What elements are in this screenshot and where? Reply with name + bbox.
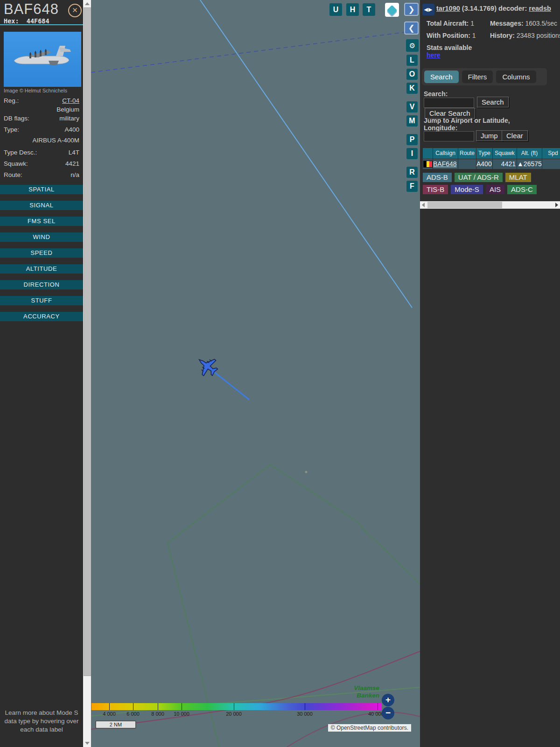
map-button-i[interactable]: I <box>406 148 418 159</box>
messages-label: Messages: <box>490 20 524 27</box>
layers-button[interactable] <box>385 3 399 17</box>
horizontal-scrollbar-thumb[interactable] <box>427 202 502 208</box>
panel-horizontal-scrollbar[interactable] <box>420 201 560 209</box>
data-value: military <box>59 114 79 123</box>
photo-credit: Image © Helmut Schnichels <box>4 88 67 93</box>
place-label: Vlaamse Banken <box>352 684 379 699</box>
map-button-k[interactable]: K <box>406 83 418 94</box>
source-type-badge: Mode-S <box>451 185 483 194</box>
data-label[interactable]: Type Desc.: <box>4 148 37 159</box>
sidebar-scrollbar[interactable] <box>83 0 91 747</box>
divider <box>0 24 83 25</box>
scrollbar-thumb[interactable] <box>84 7 91 676</box>
source-type-badge: ADS-B <box>423 173 452 182</box>
altitude-tick-label: 6 000 <box>126 711 140 717</box>
jump-button[interactable]: Jump <box>476 130 503 141</box>
panel-toggle-button[interactable]: ◀▶ <box>422 4 434 15</box>
altitude-tick-label: 20 000 <box>226 711 242 717</box>
type-cell: A400 <box>476 159 492 169</box>
map-button-f[interactable]: F <box>406 181 418 192</box>
table-header-cell[interactable]: Spd <box>542 148 560 159</box>
tab-search[interactable]: Search <box>424 70 459 83</box>
table-header-cell[interactable]: Route <box>458 148 476 159</box>
section-header: DIRECTION <box>0 280 83 289</box>
label-text: DB flags: <box>4 115 29 122</box>
total-aircraft-stat: Total Aircraft: 1 <box>427 20 483 27</box>
stats-here-link[interactable]: here <box>427 51 441 59</box>
callsign-cell[interactable]: BAF648 <box>433 159 458 169</box>
scrollbar-left-arrow-icon[interactable] <box>422 203 425 207</box>
total-aircraft-value: 1 <box>470 20 474 27</box>
registration-link[interactable]: CT-04 <box>62 97 79 104</box>
sidebar-section: STUFF <box>0 296 83 308</box>
tab-columns[interactable]: Columns <box>496 70 536 83</box>
zoom-in-button[interactable]: + <box>382 694 394 706</box>
table-row[interactable]: BAF648 A400 4421 ▲26575 <box>423 159 560 169</box>
sidebar-section: ALTITUDE <box>0 264 83 276</box>
data-row: Belgium <box>0 105 83 114</box>
table-header-cell[interactable]: Squawk <box>493 148 517 159</box>
source-type-badge: UAT / ADS-R <box>455 173 503 182</box>
map-button-o[interactable]: O <box>406 69 418 80</box>
panel-collapse-button[interactable]: ❮ <box>404 21 419 35</box>
close-icon[interactable]: ✕ <box>68 4 82 17</box>
table-header-cell[interactable]: Callsign <box>433 148 458 159</box>
map-button-h[interactable]: H <box>346 3 359 16</box>
map-button-u[interactable]: U <box>329 3 342 16</box>
history-stat: History: 23483 positions <box>490 32 560 39</box>
tab-filters[interactable]: Filters <box>462 70 493 83</box>
panel-expand-button[interactable]: ❯ <box>404 3 419 16</box>
section-header: SPEED <box>0 248 83 258</box>
data-label[interactable]: Squawk: <box>4 159 28 170</box>
jump-input[interactable] <box>424 131 474 141</box>
scrollbar-up-arrow-icon[interactable] <box>85 2 90 5</box>
map-scale-bar: 2 NM <box>95 720 136 729</box>
search-button[interactable]: Search <box>477 97 509 107</box>
map-button-m[interactable]: M <box>406 115 418 127</box>
sidebar-section: SIGNAL <box>0 201 83 213</box>
label-text: Squawk: <box>4 160 28 167</box>
aircraft-history-trail <box>200 0 412 308</box>
clear-button[interactable]: Clear <box>502 130 528 141</box>
belgium-flag-icon <box>423 161 433 168</box>
map-attribution[interactable]: © OpenStreetMap contributors. <box>328 724 411 732</box>
tar1090-link[interactable]: tar1090 <box>436 5 460 12</box>
sidebar-section: WIND <box>0 233 83 245</box>
data-value: AIRBUS A-400M <box>32 136 79 145</box>
table-header-cell[interactable] <box>423 148 433 159</box>
aircraft-info-block: Reg.: CT-04 Belgium DB flags: military T… <box>0 96 83 324</box>
data-label[interactable]: Route: <box>4 170 22 182</box>
settings-gear-button[interactable]: ⚙ <box>406 39 419 52</box>
source-type-badge: AIS <box>486 185 504 194</box>
map-button-t[interactable]: T <box>363 3 375 16</box>
map-button-v[interactable]: V <box>406 101 418 113</box>
section-header: ACCURACY <box>0 312 83 321</box>
place-label-line1: Vlaamse <box>352 684 379 692</box>
scrollbar-right-arrow-icon[interactable] <box>555 203 558 207</box>
map-canvas[interactable]: U H T ❯ ❮ ⚙ L O K V M P I R F 4 000 6 00… <box>91 0 420 747</box>
route-cell <box>458 159 476 169</box>
section-header: WIND <box>0 233 83 242</box>
data-label[interactable]: Type: <box>4 125 19 136</box>
data-value: CT-04 <box>62 96 79 105</box>
callsign-link[interactable]: BAF648 <box>433 160 457 168</box>
data-label[interactable]: DB flags: <box>4 114 29 125</box>
stats-available: Stats availablehere <box>427 44 483 59</box>
panel-tab-bar: Search Filters Columns <box>422 68 547 85</box>
map-button-r[interactable]: R <box>406 167 418 178</box>
data-row: Route: n/a <box>0 170 83 182</box>
data-label[interactable]: Reg.: <box>4 96 19 105</box>
aircraft-photo[interactable] <box>4 32 81 87</box>
search-input[interactable] <box>424 98 474 108</box>
scrollbar-down-arrow-icon[interactable] <box>85 742 90 745</box>
aircraft-icon[interactable] <box>195 354 219 378</box>
zoom-out-button[interactable]: − <box>382 707 394 719</box>
map-button-p[interactable]: P <box>406 134 418 145</box>
table-header-cell[interactable]: Alt. (ft) <box>517 148 542 159</box>
map-button-l[interactable]: L <box>406 55 418 66</box>
table-header-cell[interactable]: Type <box>476 148 492 159</box>
sidebar-footer-hint: Learn more about Mode S data type by hov… <box>4 709 79 734</box>
altitude-color-legend: 4 000 6 000 8 000 10 000 20 000 30 000 4… <box>91 703 381 710</box>
data-value: L4T <box>69 148 79 157</box>
readsb-link[interactable]: readsb <box>529 5 551 12</box>
